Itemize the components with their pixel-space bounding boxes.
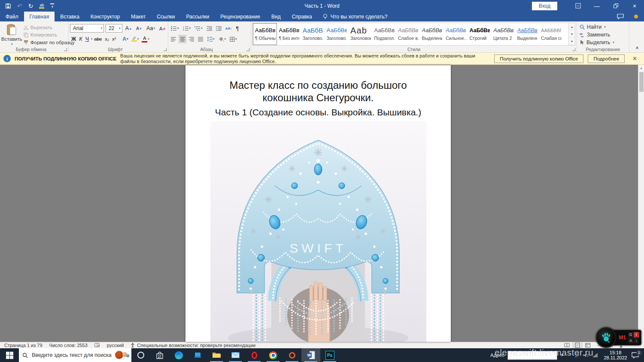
subscript-button[interactable]: х₂ <box>103 35 110 43</box>
change-case-button[interactable]: Аа▾ <box>145 24 156 33</box>
taskbar-edge-icon[interactable] <box>169 348 188 362</box>
underline-button[interactable]: Ч <box>84 35 90 43</box>
tell-me-box[interactable]: Что вы хотите сделать? <box>318 12 393 21</box>
taskbar-cortana-icon[interactable] <box>131 348 150 362</box>
comments-icon[interactable] <box>617 14 624 19</box>
sort-button[interactable]: АЯ↓ <box>224 24 234 33</box>
font-size-combo[interactable]: 22▾ <box>106 24 122 33</box>
style-strong[interactable]: АаБбВвГг,Строгий <box>468 23 492 45</box>
line-spacing-button[interactable]: ▾ <box>206 35 216 43</box>
styles-scroll-up-icon[interactable]: ▲ <box>569 23 575 30</box>
taskbar-origin-icon[interactable] <box>283 348 301 362</box>
clear-formatting-button[interactable]: А <box>158 24 167 33</box>
paste-dropdown-icon[interactable]: ▾ <box>11 42 13 46</box>
styles-more-icon[interactable]: ▼ <box>569 38 575 45</box>
minimize-button[interactable]: — <box>587 0 606 12</box>
strikethrough-button[interactable]: abc <box>93 35 103 43</box>
accessibility-status[interactable]: Специальные возможности: проверьте реком… <box>127 343 259 348</box>
taskbar-clock[interactable]: 15:18 28.11.2022 <box>604 350 627 360</box>
start-button[interactable] <box>0 348 19 362</box>
increase-indent-button[interactable] <box>215 24 223 33</box>
styles-scroll-down-icon[interactable]: ▼ <box>569 30 575 38</box>
collapse-ribbon-icon[interactable]: ∧ <box>635 45 639 50</box>
cut-button[interactable]: Вырезать <box>22 24 76 31</box>
style-emphasis[interactable]: АаБбВвГгВыделение <box>420 23 444 45</box>
copy-button[interactable]: Копировать <box>22 31 76 38</box>
read-mode-button[interactable] <box>562 342 572 348</box>
style-normal[interactable]: АаБбВвГг,¶ Обычный <box>253 23 277 45</box>
clipboard-dialog-launcher-icon[interactable] <box>64 48 67 51</box>
get-genuine-office-button[interactable]: Получить подлинную копию Office <box>494 54 583 63</box>
shading-button[interactable]: ▾ <box>217 35 228 43</box>
font-dialog-launcher-icon[interactable] <box>164 48 167 51</box>
close-button[interactable]: × <box>625 0 644 12</box>
paragraph-dialog-launcher-icon[interactable] <box>246 48 249 51</box>
tab-review[interactable]: Рецензирование <box>215 12 266 21</box>
pen-tray-icon[interactable] <box>575 353 580 358</box>
scrollbar-thumb[interactable] <box>639 72 644 92</box>
tab-layout[interactable]: Макет <box>125 12 151 21</box>
format-painter-button[interactable]: Формат по образцу <box>22 39 76 46</box>
style-subtle-emphasis[interactable]: АаБбВвГгСлабое в... <box>396 23 420 45</box>
tab-home[interactable]: Главная <box>24 12 55 21</box>
style-no-spacing[interactable]: АаБбВвГг,¶ Без инте... <box>277 23 301 45</box>
text-effects-button[interactable]: А▾ <box>121 35 130 43</box>
redo-icon[interactable]: ↻ <box>28 3 33 9</box>
taskbar-chrome-icon[interactable] <box>264 348 283 362</box>
scroll-up-icon[interactable]: ▲ <box>638 65 644 71</box>
taskbar-word-icon[interactable]: W <box>301 348 320 362</box>
align-right-button[interactable] <box>188 35 195 43</box>
styles-dialog-launcher-icon[interactable] <box>572 48 575 51</box>
justify-button[interactable] <box>197 35 204 43</box>
save-icon[interactable] <box>5 3 11 9</box>
text-highlight-button[interactable]: ▾ <box>130 35 140 43</box>
italic-button[interactable]: К <box>78 35 83 43</box>
style-heading2[interactable]: АаБбВвГЗаголово... <box>325 23 349 45</box>
borders-button[interactable]: ▾ <box>228 35 238 43</box>
find-button[interactable]: Найти▾ <box>578 23 628 30</box>
undo-icon[interactable]: ↶ <box>17 3 22 9</box>
style-intense-quote[interactable]: АаБбВвГгВыделенн... <box>515 23 539 45</box>
taskbar-store-icon[interactable] <box>150 348 169 362</box>
word-count[interactable]: Число слов: 2553 <box>46 343 91 348</box>
print-layout-button[interactable] <box>572 342 583 348</box>
tab-mailings[interactable]: Рассылки <box>180 12 215 21</box>
sign-in-button[interactable]: Вход <box>532 2 557 10</box>
style-subtle-reference[interactable]: ААББВВГГ,Слабая сс... <box>539 23 563 45</box>
bullets-button[interactable]: ▾ <box>170 24 180 33</box>
replace-button[interactable]: abac Заменить <box>578 31 628 38</box>
taskbar-device-icon[interactable] <box>188 348 207 362</box>
bold-button[interactable]: Ж <box>70 35 77 43</box>
style-intense-emphasis[interactable]: АаБбВвГгСильное... <box>444 23 468 45</box>
font-name-combo[interactable]: Arial▾ <box>70 24 104 33</box>
proofing-icon[interactable] <box>91 343 103 348</box>
learn-more-button[interactable]: Подробнее <box>588 54 625 63</box>
vertical-scrollbar[interactable]: ▲ <box>638 65 644 342</box>
numbering-button[interactable]: 123▾ <box>182 24 192 33</box>
action-center-icon[interactable]: 1 <box>632 352 639 359</box>
font-color-button[interactable]: А ▾ <box>140 35 151 43</box>
grow-font-button[interactable]: А▲ <box>124 24 133 33</box>
language-indicator[interactable]: русский <box>103 343 127 348</box>
tab-references[interactable]: Ссылки <box>151 12 180 21</box>
decrease-indent-button[interactable] <box>205 24 213 33</box>
taskbar-mail-icon[interactable] <box>226 348 245 362</box>
multilevel-list-button[interactable]: ▾ <box>193 24 204 33</box>
tab-view[interactable]: Вид <box>266 12 286 21</box>
dismiss-warning-icon[interactable]: ✕ <box>629 55 641 62</box>
address-input[interactable] <box>507 351 557 360</box>
style-quote2[interactable]: АаБбВвГгЦитата 2 <box>491 23 515 45</box>
highlighter-icon[interactable]: ab <box>39 3 44 9</box>
address-dropdown-icon[interactable]: ▼ <box>560 353 564 357</box>
speaker-tray-icon[interactable] <box>583 353 589 358</box>
taskbar-search-input[interactable]: Введите здесь текст для поиска <box>19 348 131 362</box>
style-heading1[interactable]: АаБбВвЗаголово... <box>301 23 325 45</box>
align-center-button[interactable] <box>179 35 186 43</box>
tab-help[interactable]: Справка <box>286 12 318 21</box>
taskbar-photoshop-icon[interactable]: Ps <box>320 348 339 362</box>
select-button[interactable]: Выделить▾ <box>578 39 628 46</box>
taskbar-opera-icon[interactable] <box>245 348 264 362</box>
tab-file[interactable]: Файл <box>0 12 24 21</box>
style-subtitle[interactable]: АаБбВвГПодзагол... <box>372 23 396 45</box>
taskbar-explorer-icon[interactable] <box>207 348 226 362</box>
